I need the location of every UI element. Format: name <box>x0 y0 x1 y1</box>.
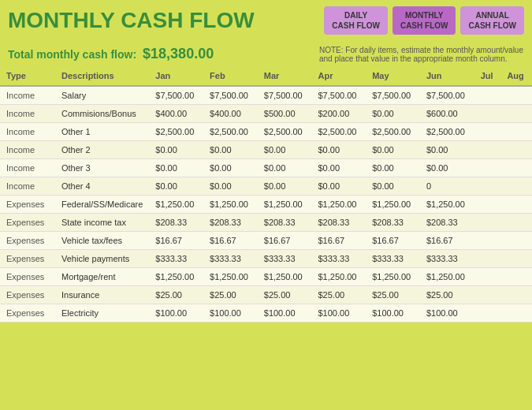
col-type: Type <box>0 66 55 86</box>
table-row: IncomeOther 4$0.00$0.00$0.00$0.00$0.000 <box>0 177 532 196</box>
table-cell: Income <box>0 86 55 105</box>
col-jun: Jun <box>420 66 474 86</box>
table-cell <box>474 232 501 250</box>
col-aug: Aug <box>500 66 532 86</box>
annual-cashflow-button[interactable]: ANNUALCASH FLOW <box>460 6 524 35</box>
table-cell: $100.00 <box>366 304 420 322</box>
table-cell: $208.33 <box>149 214 203 232</box>
monthly-cashflow-button[interactable]: MONTHLYCASH FLOW <box>392 6 456 35</box>
table-cell: $600.00 <box>420 105 474 123</box>
table-cell: $7,500.00 <box>149 86 203 105</box>
table-cell: $1,250.00 <box>366 268 420 286</box>
summary-left: Total monthly cash flow: $18,380.00 <box>8 46 214 62</box>
table-row: ExpensesState income tax$208.33$208.33$2… <box>0 214 532 232</box>
col-mar: Mar <box>258 66 312 86</box>
table-cell: Other 1 <box>55 123 149 141</box>
table-cell: $100.00 <box>258 304 312 322</box>
table-cell: $25.00 <box>203 286 258 304</box>
col-may: May <box>366 66 420 86</box>
table-cell: $0.00 <box>149 159 203 177</box>
table-cell <box>500 86 532 105</box>
table-row: ExpensesFederal/SS/Medicare$1,250.00$1,2… <box>0 196 532 214</box>
table-cell: $16.67 <box>420 232 474 250</box>
table-cell: $0.00 <box>366 159 420 177</box>
table-header-row: Type Descriptions Jan Feb Mar Apr May Ju… <box>0 66 532 86</box>
table-cell: $25.00 <box>149 286 203 304</box>
table-cell: $400.00 <box>149 105 203 123</box>
table-cell <box>500 177 532 196</box>
table-cell: $333.33 <box>203 250 258 268</box>
col-feb: Feb <box>203 66 258 86</box>
table-cell <box>474 286 501 304</box>
table-cell: State income tax <box>55 214 149 232</box>
table-cell: Expenses <box>0 214 55 232</box>
summary-label: Total monthly cash flow: <box>8 48 136 61</box>
table-cell: $208.33 <box>258 214 312 232</box>
table-cell: $208.33 <box>311 214 366 232</box>
table-cell <box>474 304 501 322</box>
table-cell: $1,250.00 <box>311 268 366 286</box>
page-title: MONTHLY CASH FLOW <box>8 8 255 33</box>
table-row: IncomeSalary$7,500.00$7,500.00$7,500.00$… <box>0 86 532 105</box>
table-row: IncomeOther 3$0.00$0.00$0.00$0.00$0.00$0… <box>0 159 532 177</box>
table-cell: Federal/SS/Medicare <box>55 196 149 214</box>
table-cell: $333.33 <box>366 250 420 268</box>
table-cell: $2,500.00 <box>149 123 203 141</box>
table-cell <box>500 141 532 159</box>
table-cell: Vehicle tax/fees <box>55 232 149 250</box>
table-cell: $25.00 <box>258 286 312 304</box>
table-cell: $0.00 <box>258 177 312 196</box>
table-cell <box>500 250 532 268</box>
table-cell: $7,500.00 <box>258 86 312 105</box>
table-cell <box>474 268 501 286</box>
table-cell: $200.00 <box>311 105 366 123</box>
table-cell: $0.00 <box>149 141 203 159</box>
table-cell: $25.00 <box>366 286 420 304</box>
table-cell: $7,500.00 <box>203 86 258 105</box>
table-cell: Insurance <box>55 286 149 304</box>
table-row: ExpensesMortgage/rent$1,250.00$1,250.00$… <box>0 268 532 286</box>
table-cell: Electricity <box>55 304 149 322</box>
table-cell: $16.67 <box>311 232 366 250</box>
table-row: ExpensesVehicle payments$333.33$333.33$3… <box>0 250 532 268</box>
table-cell <box>500 214 532 232</box>
table-cell: Income <box>0 159 55 177</box>
table-cell: Vehicle payments <box>55 250 149 268</box>
table-cell: $0.00 <box>258 159 312 177</box>
table-body: IncomeSalary$7,500.00$7,500.00$7,500.00$… <box>0 86 532 322</box>
table-cell: $100.00 <box>311 304 366 322</box>
table-cell: 0 <box>420 177 474 196</box>
table-cell <box>474 141 501 159</box>
table-cell: Expenses <box>0 232 55 250</box>
table-cell: $1,250.00 <box>258 268 312 286</box>
table-cell: Other 3 <box>55 159 149 177</box>
daily-cashflow-button[interactable]: DAILYCASH FLOW <box>324 6 388 35</box>
table-cell: $2,500.00 <box>311 123 366 141</box>
table-cell <box>474 159 501 177</box>
table-cell: Expenses <box>0 268 55 286</box>
table-cell: $1,250.00 <box>203 196 258 214</box>
table-cell: Expenses <box>0 304 55 322</box>
table-cell: Commisions/Bonus <box>55 105 149 123</box>
table-cell: Expenses <box>0 250 55 268</box>
table-cell: Salary <box>55 86 149 105</box>
table-cell: $0.00 <box>311 159 366 177</box>
table-cell: $333.33 <box>420 250 474 268</box>
table-cell: $0.00 <box>311 141 366 159</box>
table-row: ExpensesInsurance$25.00$25.00$25.00$25.0… <box>0 286 532 304</box>
table-cell: $0.00 <box>420 159 474 177</box>
table-cell <box>500 123 532 141</box>
table-cell: $0.00 <box>366 105 420 123</box>
table-cell: $25.00 <box>311 286 366 304</box>
table-cell <box>474 105 501 123</box>
table-row: IncomeOther 2$0.00$0.00$0.00$0.00$0.00$0… <box>0 141 532 159</box>
col-apr: Apr <box>311 66 366 86</box>
table-cell: $208.33 <box>203 214 258 232</box>
table-cell: $2,500.00 <box>203 123 258 141</box>
table-cell: $0.00 <box>203 177 258 196</box>
table-row: ExpensesElectricity$100.00$100.00$100.00… <box>0 304 532 322</box>
table-cell <box>474 177 501 196</box>
table-cell: Other 4 <box>55 177 149 196</box>
table-cell <box>500 232 532 250</box>
table-container: Type Descriptions Jan Feb Mar Apr May Ju… <box>0 66 532 322</box>
